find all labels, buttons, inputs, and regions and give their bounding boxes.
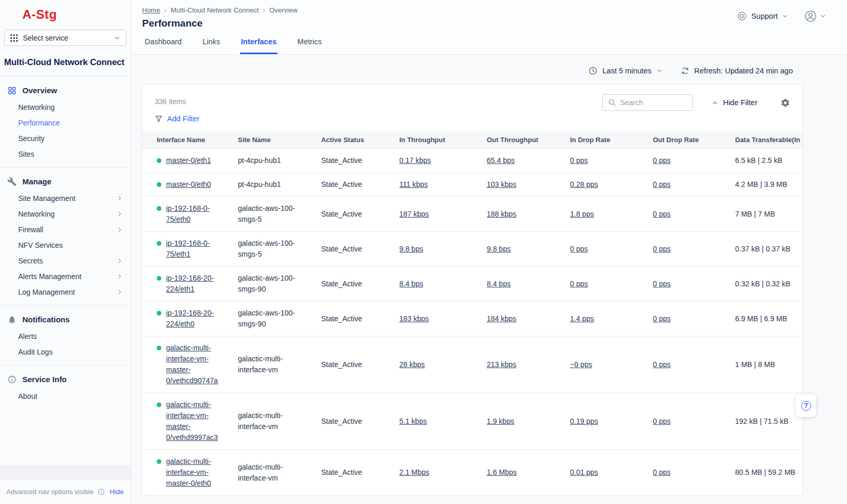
in_throughput-link[interactable]: 8.4 bps [399,280,423,288]
account-menu[interactable] [804,9,826,23]
sidebar-section-manage[interactable]: Manage [0,173,131,191]
in_drop_rate-link[interactable]: 1.8 pps [570,210,594,218]
out_drop_rate-link[interactable]: 0 pps [653,360,671,369]
out_drop_rate-link[interactable]: 0 pps [653,210,671,218]
tab-links[interactable]: Links [201,32,221,54]
in_drop_rate-link[interactable]: 1.4 pps [570,314,594,323]
out_throughput-link[interactable]: 9.8 bps [487,245,511,253]
sidebar-item-security[interactable]: Security [0,131,131,146]
tab-dashboard[interactable]: Dashboard [144,32,183,54]
breadcrumb-item[interactable]: Multi-Cloud Network Connect [171,6,259,14]
out_throughput-link[interactable]: 188 kbps [487,210,516,218]
help-button[interactable]: ? [795,394,816,417]
cell-in_throughput: 2.1 Mbps [395,450,483,496]
column-header[interactable]: In Drop Rate [566,131,649,149]
sidebar-item-nfv-services[interactable]: NFV Services [0,237,131,253]
status-dot [157,158,161,163]
in_throughput-link[interactable]: 0.17 kbps [399,156,431,165]
out_drop_rate-link[interactable]: 0 pps [653,245,671,253]
in_drop_rate-link[interactable]: 0 pps [570,280,588,288]
nav-section-overview: OverviewNetworkingPerformanceSecuritySit… [0,77,131,168]
out_drop_rate-link[interactable]: 0 pps [653,280,671,288]
hide-nav-link[interactable]: Hide [110,488,124,496]
sidebar-item-alerts-management[interactable]: Alerts Management [0,269,131,284]
cell-in_drop_rate: 0.01 pps [566,450,649,496]
time-range-select[interactable]: Last 5 minutes [588,66,662,75]
in_drop_rate-link[interactable]: 0 pps [570,245,588,253]
sidebar-item-log-management[interactable]: Log Management [0,284,131,300]
tab-interfaces[interactable]: Interfaces [240,32,278,54]
refresh-button[interactable]: Refresh: Updated 24 min ago [680,66,793,75]
column-header[interactable]: In Throughput [395,131,483,149]
interface-link[interactable]: ip-192-168-20-224/eth0 [166,308,230,330]
sidebar-item-about[interactable]: About [0,388,131,404]
breadcrumb-item[interactable]: Home [142,6,160,14]
interface-link[interactable]: galactic-multi-interface-vm-master-0/vet… [166,399,230,443]
out_throughput-link[interactable]: 65.4 bps [487,156,515,165]
sidebar-item-firewall[interactable]: Firewall [0,222,131,237]
in_throughput-link[interactable]: 183 kbps [399,314,429,323]
cell-status: State_Active [317,336,395,393]
cell-in_drop_rate: 1.4 pps [566,301,649,336]
search-input[interactable] [620,98,687,107]
in_throughput-link[interactable]: 28 kbps [399,360,425,369]
interface-link[interactable]: galactic-multi-interface-vm-master-0/eth… [166,456,230,489]
column-header[interactable]: Active Status [317,131,395,149]
in_drop_rate-link[interactable]: 0 pps [570,156,588,165]
select-service-dropdown[interactable]: Select service [4,30,127,46]
interface-link[interactable]: galactic-multi-interface-vm-master-0/vet… [166,343,230,386]
sidebar-item-networking[interactable]: Networking [0,206,131,222]
out_throughput-link[interactable]: 1.6 Mbps [487,468,517,476]
in_throughput-link[interactable]: 5.1 kbps [399,417,427,425]
sidebar-item-site-management[interactable]: Site Management [0,191,131,206]
out_throughput-link[interactable]: 1.9 kbps [487,417,514,425]
in_throughput-link[interactable]: 9.8 bps [399,245,423,253]
add-filter-button[interactable]: Add Filter [155,115,199,123]
in_drop_rate-link[interactable]: 0.28 pps [570,180,598,188]
support-menu[interactable]: Support [737,11,788,21]
sidebar-item-alerts[interactable]: Alerts [0,329,131,344]
in_throughput-link[interactable]: 2.1 Mbps [399,468,429,476]
out_throughput-link[interactable]: 8.4 bps [487,280,511,288]
interface-link[interactable]: ip-192-168-0-75/eth0 [166,203,230,225]
sidebar-item-networking[interactable]: Networking [0,99,131,115]
sidebar-item-sites[interactable]: Sites [0,146,131,162]
out_throughput-link[interactable]: 184 kbps [487,314,516,323]
interface-link[interactable]: ip-192-168-0-75/eth1 [166,238,230,260]
hide-filter-button[interactable]: Hide Filter [712,98,757,107]
refresh-icon [680,66,690,75]
sidebar-section-service-info[interactable]: Service Info [0,371,131,388]
table-row: ip-192-168-0-75/eth0galactic-aws-100-smg… [142,197,803,232]
out_drop_rate-link[interactable]: 0 pps [653,417,671,425]
out_throughput-link[interactable]: 103 kbps [487,180,516,188]
column-header[interactable]: Out Drop Rate [649,131,731,149]
sidebar-item-secrets[interactable]: Secrets [0,253,131,269]
page-title: Performance [142,18,298,29]
in_throughput-link[interactable]: 187 kbps [399,210,429,218]
sidebar-item-audit-logs[interactable]: Audit Logs [0,344,131,360]
in_drop_rate-link[interactable]: 0.01 pps [570,468,598,476]
tab-metrics[interactable]: Metrics [296,32,323,54]
column-header[interactable]: Interface Name [142,131,234,149]
out_throughput-link[interactable]: 213 kbps [487,360,516,369]
in_throughput-link[interactable]: 111 kbps [399,180,428,188]
sidebar-section-notifications[interactable]: Notifications [0,311,131,329]
cell-status: State_Active [317,149,395,173]
sidebar-section-overview[interactable]: Overview [0,82,131,99]
out_drop_rate-link[interactable]: 0 pps [653,468,671,476]
out_drop_rate-link[interactable]: 0 pps [653,314,671,323]
settings-gear-icon[interactable] [780,98,790,108]
interface-link[interactable]: master-0/eth0 [166,179,230,190]
out_drop_rate-link[interactable]: 0 pps [653,156,671,165]
brand-logo[interactable]: A-Stg [0,0,131,22]
column-header[interactable]: Data Transferable(In [731,131,803,149]
sidebar-item-performance[interactable]: Performance [0,115,131,131]
interface-link[interactable]: master-0/eth1 [166,155,230,166]
column-header[interactable]: Out Throughput [483,131,566,149]
interface-link[interactable]: ip-192-168-20-224/eth1 [166,273,230,295]
out_drop_rate-link[interactable]: 0 pps [653,180,671,188]
column-header[interactable]: Site Name [234,131,317,149]
in_drop_rate-link[interactable]: 0.19 pps [570,417,598,425]
in_drop_rate-link[interactable]: ~0 pps [570,360,592,369]
table-row: ip-192-168-20-224/eth0galactic-aws-100-s… [142,301,803,336]
